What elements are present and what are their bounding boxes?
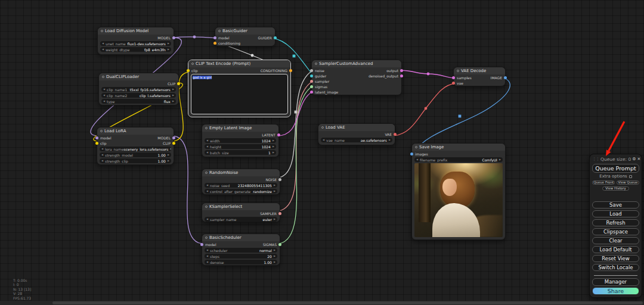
widget-height[interactable]: ◀height1024▶ xyxy=(205,144,276,149)
decrement-arrow-icon[interactable]: ◀ xyxy=(103,88,105,91)
input-dot-model[interactable] xyxy=(200,243,203,246)
output-dot-VAE[interactable] xyxy=(394,133,397,136)
output-dot-IMAGE[interactable] xyxy=(504,76,507,79)
widget-strength_model[interactable]: ◀strength_model1.00▶ xyxy=(100,152,171,157)
menu-button-save[interactable]: Save xyxy=(592,201,639,209)
input-dot-latent_image[interactable] xyxy=(310,91,313,94)
collapse-icon[interactable] xyxy=(100,130,103,132)
input-slot-samples[interactable]: samples xyxy=(456,75,472,80)
collapse-icon[interactable] xyxy=(205,172,208,174)
increment-arrow-icon[interactable]: ▶ xyxy=(168,160,169,162)
input-dot-model[interactable] xyxy=(213,36,216,39)
collapse-icon[interactable] xyxy=(101,30,103,32)
input-slot-model[interactable]: model xyxy=(218,35,240,41)
input-slot-model[interactable]: model xyxy=(100,135,112,141)
node-vae-decode[interactable]: VAE DecodesamplesvaeIMAGE xyxy=(453,67,506,86)
collapse-icon[interactable] xyxy=(205,236,208,239)
menu-button-switch-locale[interactable]: Switch Locale xyxy=(592,264,639,272)
output-slot-NOISE[interactable]: NOISE xyxy=(265,177,277,182)
node-title-bar[interactable]: Load LoRA xyxy=(97,127,174,135)
node-dual-clip-loader[interactable]: DualCLIPLoaderCLIP◀clip_name1t5xxl_fp16.… xyxy=(98,73,179,105)
increment-arrow-icon[interactable]: ▶ xyxy=(274,261,275,263)
node-empty-latent-image[interactable]: Empty Latent ImageLATENT◀width1024▶◀heig… xyxy=(202,124,279,157)
input-dot-sigmas[interactable] xyxy=(310,85,313,88)
decrement-arrow-icon[interactable]: ◀ xyxy=(206,249,208,251)
increment-arrow-icon[interactable]: ▶ xyxy=(172,100,174,102)
increment-arrow-icon[interactable]: ▶ xyxy=(172,94,174,97)
decrement-arrow-icon[interactable]: ◀ xyxy=(206,151,208,154)
collapse-icon[interactable] xyxy=(415,146,417,148)
node-load-lora[interactable]: Load LoRAmodelclipMODELCLIP◀lora_namesce… xyxy=(97,127,174,165)
node-title-bar[interactable]: BasicScheduler xyxy=(202,234,280,241)
output-dot-SIGMAS[interactable] xyxy=(278,243,281,246)
collapse-icon[interactable] xyxy=(218,30,221,32)
view-queue-button[interactable]: View Queue xyxy=(617,180,639,185)
input-slot-clip[interactable]: clip xyxy=(100,141,112,146)
node-title-bar[interactable]: VAE Decode xyxy=(454,67,505,74)
decrement-arrow-icon[interactable]: ◀ xyxy=(102,48,104,51)
input-slot-vae[interactable]: vae xyxy=(456,80,472,86)
extra-options-checkbox[interactable] xyxy=(629,175,632,178)
increment-arrow-icon[interactable]: ▶ xyxy=(274,255,275,257)
collapse-icon[interactable] xyxy=(315,63,317,65)
output-slot-MODEL[interactable]: MODEL xyxy=(157,35,171,41)
output-dot-SAMPLER[interactable] xyxy=(278,212,281,215)
input-slot-sigmas[interactable]: sigmas xyxy=(314,84,338,89)
queue-front-button[interactable]: Queue Front xyxy=(592,180,615,185)
decrement-arrow-icon[interactable]: ◀ xyxy=(103,100,105,102)
decrement-arrow-icon[interactable]: ◀ xyxy=(101,148,103,150)
collapse-icon[interactable] xyxy=(205,206,208,208)
output-dot-MODEL[interactable] xyxy=(172,36,175,39)
input-dot-vae[interactable] xyxy=(452,82,455,85)
widget-vae_name[interactable]: ◀vae_nameae.safetensors▶ xyxy=(321,138,392,142)
decrement-arrow-icon[interactable]: ◀ xyxy=(206,145,208,148)
output-slot-LATENT[interactable]: LATENT xyxy=(262,132,276,138)
node-title-bar[interactable]: CLIP Text Encode (Prompt) xyxy=(188,60,290,67)
output-dot-denoised_output[interactable] xyxy=(400,74,403,77)
drag-handle-icon[interactable]: ⋮⋮ xyxy=(592,157,599,161)
close-icon[interactable]: ✕ xyxy=(637,157,641,161)
node-clip-text-encode[interactable]: CLIP Text Encode (Prompt)clipCONDITIONIN… xyxy=(188,60,291,117)
menu-button-reset-view[interactable]: Reset View xyxy=(592,255,639,263)
output-slot-SAMPLER[interactable]: SAMPLER xyxy=(260,211,277,216)
increment-arrow-icon[interactable]: ▶ xyxy=(273,145,274,148)
widget-type[interactable]: ◀typeflux▶ xyxy=(101,99,176,104)
increment-arrow-icon[interactable]: ▶ xyxy=(274,184,275,186)
manager-button[interactable]: Manager xyxy=(592,278,639,286)
node-title-bar[interactable]: Load Diffusion Model xyxy=(98,27,174,35)
input-dot-samples[interactable] xyxy=(452,76,455,79)
node-title-bar[interactable]: KSamplerSelect xyxy=(202,203,280,210)
node-sampler-custom-advanced[interactable]: SamplerCustomAdvancednoiseguidersamplers… xyxy=(311,60,402,95)
collapse-icon[interactable] xyxy=(191,63,194,65)
decrement-arrow-icon[interactable]: ◀ xyxy=(206,261,208,263)
output-dot-CLIP[interactable] xyxy=(172,142,175,145)
increment-arrow-icon[interactable]: ▶ xyxy=(172,88,174,91)
node-basic-scheduler[interactable]: BasicSchedulermodelSIGMAS◀schedulernorma… xyxy=(202,234,280,266)
output-dot-MODEL[interactable] xyxy=(172,136,175,139)
decrement-arrow-icon[interactable]: ◀ xyxy=(101,160,103,162)
menu-button-clear[interactable]: Clear xyxy=(592,237,639,245)
increment-arrow-icon[interactable]: ▶ xyxy=(168,48,169,51)
prompt-textarea[interactable]: god is a girl xyxy=(191,74,288,114)
horizontal-scrollbar-thumb[interactable] xyxy=(52,301,643,304)
input-slot-model[interactable]: model xyxy=(205,242,216,247)
input-dot-images[interactable] xyxy=(410,152,413,155)
output-dot-GUIDER[interactable] xyxy=(274,36,277,39)
input-slot-images[interactable]: images xyxy=(414,151,428,157)
input-slot-guider[interactable]: guider xyxy=(314,73,338,79)
increment-arrow-icon[interactable]: ▶ xyxy=(170,148,171,150)
widget-width[interactable]: ◀width1024▶ xyxy=(205,138,276,143)
output-slot-output[interactable]: output xyxy=(369,68,399,73)
input-slot-conditioning[interactable]: conditioning xyxy=(218,41,240,46)
node-basic-guider[interactable]: BasicGuidermodelconditioningGUIDER xyxy=(215,27,275,46)
queue-prompt-button[interactable]: Queue Prompt xyxy=(592,164,639,173)
input-slot-latent_image[interactable]: latent_image xyxy=(314,89,338,95)
widget-strength_clip[interactable]: ◀strength_clip1.00▶ xyxy=(100,158,171,163)
decrement-arrow-icon[interactable]: ◀ xyxy=(101,154,103,156)
input-dot-noise[interactable] xyxy=(310,69,313,72)
collapse-icon[interactable] xyxy=(205,127,208,129)
output-slot-CLIP[interactable]: CLIP xyxy=(168,81,176,86)
settings-gear-icon[interactable]: ⚙ xyxy=(632,157,636,161)
increment-arrow-icon[interactable]: ▶ xyxy=(274,249,275,251)
decrement-arrow-icon[interactable]: ◀ xyxy=(206,139,208,142)
